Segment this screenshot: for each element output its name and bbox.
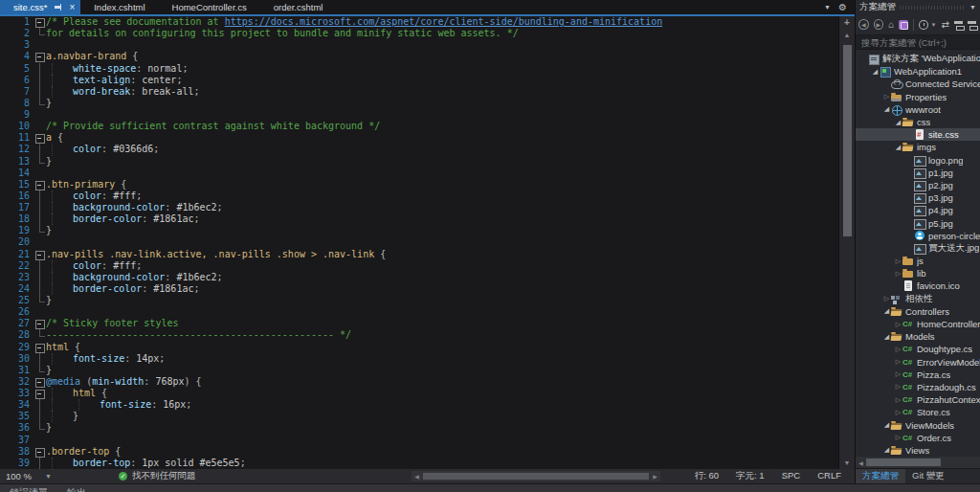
code-line[interactable]: 2for details on configuring this project…: [0, 28, 838, 39]
collapsed-arrow-icon[interactable]: ▷: [894, 257, 902, 265]
panel-tab-inactive[interactable]: Git 變更: [905, 469, 951, 483]
document-health-indicator[interactable]: ✓ 找不到任何問題: [119, 470, 196, 482]
tree-item[interactable]: ◢ViewModels: [856, 418, 980, 431]
filter-dropdown-icon[interactable]: ▼: [931, 22, 937, 28]
code-line[interactable]: 35}: [0, 411, 838, 422]
tree-item[interactable]: p2.jpg: [856, 179, 980, 191]
pending-changes-filter-icon[interactable]: [919, 20, 928, 30]
tree-item[interactable]: p5.jpg: [856, 216, 980, 229]
zoom-control[interactable]: 100 % ▼: [0, 471, 57, 481]
active-files-dropdown-icon[interactable]: ▼: [824, 4, 831, 11]
fold-collapse-icon[interactable]: [34, 388, 46, 399]
tree-item[interactable]: 解決方案 'WebApplication1': [856, 53, 980, 65]
code-line[interactable]: 9: [0, 109, 838, 121]
code-line[interactable]: 32@media (min-width: 768px) {: [0, 376, 838, 388]
code-line[interactable]: 10/* Provide sufficient contrast against…: [0, 121, 838, 132]
tree-item[interactable]: favicon.ico: [856, 280, 980, 292]
code-line[interactable]: 12color: #0366d6;: [0, 144, 838, 155]
scroll-down-icon[interactable]: ▼: [839, 458, 855, 469]
code-line[interactable]: 38.border-top {: [0, 446, 838, 458]
code-line[interactable]: 11a {: [0, 132, 838, 144]
char-indicator[interactable]: 字元: 1: [736, 470, 765, 482]
expanded-arrow-icon[interactable]: ◢: [882, 105, 891, 113]
bottom-panel-tab[interactable]: 輸出: [57, 484, 96, 492]
scroll-right-icon[interactable]: ▶: [650, 473, 660, 480]
collapsed-arrow-icon[interactable]: ▷: [894, 321, 902, 328]
tree-item[interactable]: p1.jpg: [856, 167, 980, 179]
tree-item[interactable]: ▷Properties: [856, 91, 980, 103]
document-tab[interactable]: site.css*×: [0, 0, 80, 14]
scroll-left-icon[interactable]: ◀: [856, 459, 866, 466]
tree-item[interactable]: ◢Models: [856, 330, 980, 343]
code-line[interactable]: 17background-color: #1b6ec2;: [0, 202, 838, 213]
fold-collapse-icon[interactable]: [34, 342, 46, 353]
fold-collapse-icon[interactable]: [34, 51, 46, 62]
tree-item[interactable]: ▷相依性: [856, 293, 980, 305]
tree-item[interactable]: p3.jpg: [856, 191, 980, 204]
code-line[interactable]: 8}: [0, 98, 838, 109]
code-line[interactable]: 33html {: [0, 388, 838, 399]
code-line[interactable]: 23background-color: #1b6ec2;: [0, 272, 838, 283]
forward-icon[interactable]: ▶: [874, 19, 884, 30]
window-position-icon[interactable]: ▼: [969, 4, 976, 11]
fold-collapse-icon[interactable]: [34, 446, 46, 458]
fold-collapse-icon[interactable]: [34, 16, 46, 28]
panel-drag-handle[interactable]: [900, 6, 966, 10]
tree-item[interactable]: ▷Pizza.cs: [856, 369, 980, 381]
zoom-level[interactable]: 100 %: [6, 471, 32, 481]
code-line[interactable]: 26: [0, 306, 838, 318]
editor-horizontal-scrollbar[interactable]: ◀ ▶: [412, 471, 660, 481]
back-icon[interactable]: ◀: [858, 19, 869, 30]
tree-item[interactable]: site.css: [856, 128, 980, 141]
fold-collapse-icon[interactable]: [34, 179, 46, 190]
collapsed-arrow-icon[interactable]: ▷: [882, 295, 891, 302]
split-window-handle-icon[interactable]: +: [839, 16, 855, 30]
vertical-scrollbar-thumb[interactable]: [843, 45, 852, 236]
solution-explorer-header[interactable]: 方案總管 ▼: [856, 0, 980, 14]
panel-hscrollbar-thumb[interactable]: [866, 458, 941, 466]
spaces-indicator[interactable]: SPC: [782, 470, 801, 482]
code-line[interactable]: 18border-color: #1861ac;: [0, 213, 838, 225]
collapsed-arrow-icon[interactable]: ▷: [894, 370, 902, 378]
tree-item[interactable]: ▷HomeController.cs: [856, 318, 980, 330]
line-ending-indicator[interactable]: CRLF: [817, 470, 841, 482]
code-line[interactable]: 19}: [0, 225, 838, 236]
code-line[interactable]: 39border-top: 1px solid #e5e5e5;: [0, 458, 838, 469]
code-line[interactable]: 21.nav-pills .nav-link.active, .nav-pill…: [0, 249, 838, 260]
collapsed-arrow-icon[interactable]: ▷: [894, 396, 902, 404]
code-line[interactable]: 37: [0, 435, 838, 446]
code-line[interactable]: 34font-size: 16px;: [0, 399, 838, 411]
tree-item[interactable]: ▷Store.cs: [856, 406, 980, 418]
bottom-panel-tab[interactable]: 錯誤清單: [0, 484, 57, 492]
document-tab[interactable]: HomeController.cs: [159, 0, 260, 14]
tree-item[interactable]: Connected Services: [856, 78, 980, 90]
horizontal-scrollbar-thumb[interactable]: [423, 473, 649, 480]
tree-item[interactable]: ◢wwwroot: [856, 103, 980, 116]
pin-tab-icon[interactable]: [54, 3, 62, 11]
code-line[interactable]: 30font-size: 14px;: [0, 353, 838, 365]
code-line[interactable]: 22color: #fff;: [0, 260, 838, 272]
panel-tab-active[interactable]: 方案總管: [856, 469, 905, 483]
preview-selected-items-icon[interactable]: [968, 20, 977, 30]
code-line[interactable]: 14: [0, 168, 838, 179]
code-line[interactable]: 6text-align: center;: [0, 75, 838, 86]
code-line[interactable]: 3: [0, 39, 838, 51]
document-tab[interactable]: Index.cshtml: [80, 0, 158, 14]
fold-collapse-icon[interactable]: [34, 132, 46, 144]
tree-item[interactable]: p4.jpg: [856, 204, 980, 216]
tree-item[interactable]: 買大送大.jpg: [856, 242, 980, 255]
tree-item[interactable]: logo.png: [856, 154, 980, 167]
collapsed-arrow-icon[interactable]: ▷: [894, 383, 902, 391]
code-line[interactable]: 1/* Please see documentation at https://…: [0, 16, 838, 28]
expanded-arrow-icon[interactable]: ◢: [882, 421, 891, 429]
tree-item[interactable]: ▷Doughtype.cs: [856, 343, 980, 355]
fold-collapse-icon[interactable]: [34, 376, 46, 388]
sync-with-active-document-icon[interactable]: [899, 20, 908, 30]
code-line[interactable]: 7word-break: break-all;: [0, 86, 838, 98]
fold-collapse-icon[interactable]: [34, 249, 46, 260]
tree-item[interactable]: ▷PizzahutContext.cs: [856, 393, 980, 406]
home-icon[interactable]: ⌂: [888, 19, 894, 30]
collapsed-arrow-icon[interactable]: ▷: [894, 270, 902, 278]
code-line[interactable]: 27/* Sticky footer styles: [0, 318, 838, 329]
scroll-left-icon[interactable]: ◀: [412, 473, 422, 480]
